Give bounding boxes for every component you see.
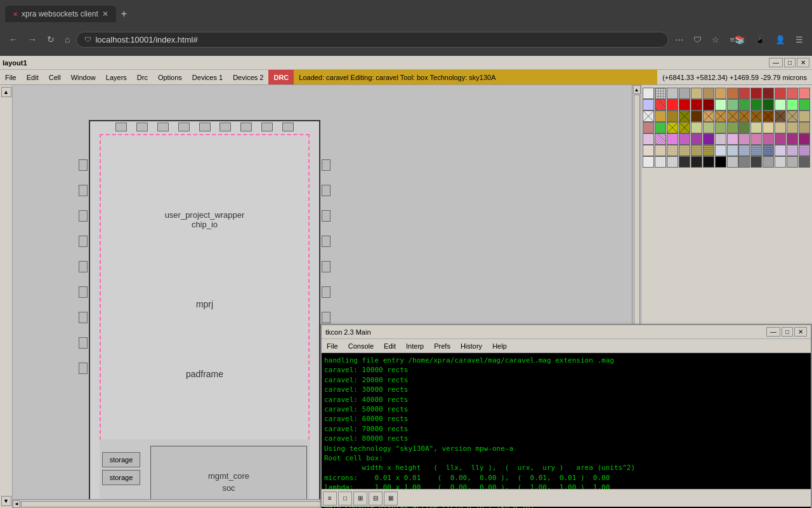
palette-cell-12[interactable]	[787, 88, 798, 99]
palette-cell-85[interactable]	[655, 156, 666, 168]
tool-down-arrow[interactable]: ▼	[1, 496, 11, 506]
palette-cell-48[interactable]	[715, 122, 726, 133]
maximize-button[interactable]: □	[784, 58, 796, 67]
palette-cell-34[interactable]	[715, 110, 726, 122]
palette-cell-5[interactable]	[703, 88, 714, 99]
palette-cell-35[interactable]	[727, 110, 738, 122]
palette-cell-17[interactable]	[679, 99, 690, 110]
palette-cell-44[interactable]	[667, 122, 678, 133]
palette-cell-55[interactable]	[799, 122, 810, 133]
palette-cell-63[interactable]	[727, 133, 738, 145]
extensions-button[interactable]: ⋯	[671, 32, 687, 47]
palette-cell-60[interactable]	[691, 133, 702, 145]
palette-cell-39[interactable]	[775, 110, 786, 122]
palette-cell-25[interactable]	[775, 99, 786, 110]
new-tab-button[interactable]: +	[116, 6, 132, 22]
palette-cell-68[interactable]	[787, 133, 798, 145]
palette-cell-19[interactable]	[703, 99, 714, 110]
console-menu-edit[interactable]: Edit	[379, 339, 401, 352]
palette-cell-20[interactable]	[715, 99, 726, 110]
bookmarks-list-button[interactable]: ≡📚	[726, 32, 749, 47]
palette-cell-71[interactable]	[655, 145, 666, 156]
menu-cell[interactable]: Cell	[44, 70, 66, 84]
scroll-up-button[interactable]: ▲	[633, 85, 641, 94]
tool-up-arrow[interactable]: ▲	[1, 87, 11, 97]
reload-button[interactable]: ↻	[43, 32, 58, 47]
palette-cell-90[interactable]	[715, 156, 726, 168]
palette-cell-18[interactable]	[691, 99, 702, 110]
menu-layers[interactable]: Layers	[101, 70, 132, 84]
console-menu-interp[interactable]: Interp	[401, 339, 429, 352]
console-minimize-button[interactable]: —	[766, 327, 780, 337]
palette-cell-40[interactable]	[787, 110, 798, 122]
palette-cell-77[interactable]	[727, 145, 738, 156]
palette-cell-78[interactable]	[738, 145, 750, 156]
palette-cell-38[interactable]	[763, 110, 774, 122]
palette-cell-27[interactable]	[799, 99, 810, 110]
console-maximize-button[interactable]: □	[782, 327, 793, 337]
palette-cell-51[interactable]	[750, 122, 762, 133]
palette-cell-87[interactable]	[679, 156, 690, 168]
palette-cell-13[interactable]	[799, 88, 810, 99]
palette-cell-93[interactable]	[750, 156, 762, 168]
console-menu-help[interactable]: Help	[487, 339, 512, 352]
palette-cell-15[interactable]	[655, 99, 666, 110]
palette-cell-16[interactable]	[667, 99, 678, 110]
menu-edit[interactable]: Edit	[22, 70, 44, 84]
synced-tabs-button[interactable]: 📱	[751, 32, 769, 47]
tab-close-button[interactable]: ✕	[102, 10, 108, 18]
palette-cell-81[interactable]	[775, 145, 786, 156]
back-button[interactable]: ←	[5, 32, 22, 47]
palette-cell-9[interactable]	[750, 88, 762, 99]
palette-cell-89[interactable]	[703, 156, 714, 168]
forward-button[interactable]: →	[24, 32, 41, 47]
palette-cell-96[interactable]	[787, 156, 798, 168]
palette-cell-14[interactable]	[643, 99, 654, 110]
palette-cell-86[interactable]	[667, 156, 678, 168]
palette-cell-73[interactable]	[679, 145, 690, 156]
menu-options[interactable]: Options	[153, 70, 187, 84]
palette-cell-0[interactable]	[643, 88, 654, 99]
palette-cell-83[interactable]	[799, 145, 810, 156]
palette-cell-22[interactable]	[738, 99, 750, 110]
palette-cell-75[interactable]	[703, 145, 714, 156]
home-button[interactable]: ⌂	[61, 32, 74, 47]
console-menu-console[interactable]: Console	[343, 339, 379, 352]
palette-cell-45[interactable]	[679, 122, 690, 133]
palette-cell-91[interactable]	[727, 156, 738, 168]
palette-cell-59[interactable]	[679, 133, 690, 145]
palette-cell-66[interactable]	[763, 133, 774, 145]
palette-cell-62[interactable]	[715, 133, 726, 145]
palette-cell-10[interactable]	[763, 88, 774, 99]
console-tool-3[interactable]: ⊞	[353, 491, 367, 505]
palette-cell-76[interactable]	[715, 145, 726, 156]
palette-cell-30[interactable]	[667, 110, 678, 122]
palette-cell-47[interactable]	[703, 122, 714, 133]
palette-cell-54[interactable]	[787, 122, 798, 133]
console-menu-file[interactable]: File	[322, 339, 343, 352]
palette-cell-4[interactable]	[691, 88, 702, 99]
palette-cell-42[interactable]	[643, 122, 654, 133]
palette-cell-58[interactable]	[667, 133, 678, 145]
palette-cell-26[interactable]	[787, 99, 798, 110]
palette-cell-28[interactable]	[643, 110, 654, 122]
palette-cell-41[interactable]	[799, 110, 810, 122]
console-output[interactable]: handling file entry /home/xpra/caravel/m…	[322, 353, 811, 508]
console-menu-history[interactable]: History	[455, 339, 487, 352]
palette-cell-24[interactable]	[763, 99, 774, 110]
palette-cell-84[interactable]	[643, 156, 654, 168]
palette-cell-2[interactable]	[667, 88, 678, 99]
palette-cell-7[interactable]	[727, 88, 738, 99]
palette-cell-32[interactable]	[691, 110, 702, 122]
palette-cell-6[interactable]	[715, 88, 726, 99]
menu-devices1[interactable]: Devices 1	[187, 70, 228, 84]
palette-cell-37[interactable]	[750, 110, 762, 122]
console-tool-1[interactable]: ≡	[323, 491, 337, 505]
palette-cell-11[interactable]	[775, 88, 786, 99]
firefox-shield-button[interactable]: 🛡	[690, 32, 705, 47]
palette-cell-79[interactable]	[750, 145, 762, 156]
palette-cell-50[interactable]	[738, 122, 750, 133]
palette-cell-97[interactable]	[799, 156, 810, 168]
palette-cell-46[interactable]	[691, 122, 702, 133]
palette-cell-65[interactable]	[750, 133, 762, 145]
